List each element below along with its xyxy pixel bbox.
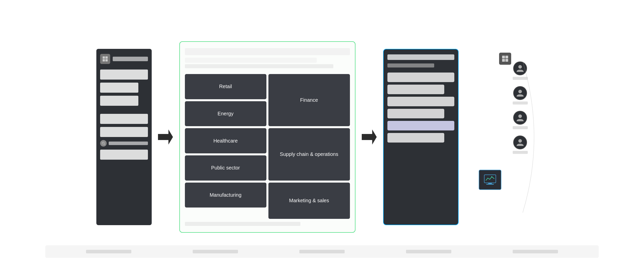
arrow-2 bbox=[359, 129, 379, 145]
industry-energy[interactable]: Energy bbox=[185, 101, 266, 126]
bottom-step-1 bbox=[86, 250, 131, 253]
search-icon bbox=[100, 140, 107, 147]
panel2-header bbox=[185, 48, 350, 72]
bottom-step-5 bbox=[513, 250, 558, 253]
user-label-4 bbox=[513, 151, 528, 154]
main-flow-diagram: Retail Finance Energy Healthcare Supply … bbox=[20, 24, 624, 250]
svg-rect-17 bbox=[505, 59, 508, 62]
svg-rect-8 bbox=[486, 184, 494, 185]
user-label-1 bbox=[513, 77, 528, 80]
nav-item-6-label bbox=[109, 142, 148, 145]
panel4-top-icon bbox=[499, 53, 511, 65]
panel2-footer bbox=[185, 222, 300, 226]
industry-finance[interactable]: Finance bbox=[268, 74, 350, 126]
industry-selection-panel[interactable]: Retail Finance Energy Healthcare Supply … bbox=[179, 41, 355, 233]
industry-retail[interactable]: Retail bbox=[185, 74, 266, 99]
arc-decoration-svg bbox=[500, 49, 545, 225]
arrow-shape-2 bbox=[362, 129, 377, 145]
nav-item-1[interactable] bbox=[100, 70, 148, 80]
industry-manufacturing[interactable]: Manufacturing bbox=[185, 183, 266, 208]
panel3-subheader-bar bbox=[387, 63, 434, 67]
panel4-icon-svg bbox=[502, 55, 509, 62]
nav-item-4[interactable] bbox=[100, 114, 148, 124]
scenario-item-3[interactable] bbox=[387, 97, 454, 106]
monitor-chart-svg bbox=[484, 174, 496, 185]
svg-line-5 bbox=[104, 144, 105, 145]
svg-rect-7 bbox=[488, 183, 492, 184]
scenario-item-2[interactable] bbox=[387, 85, 444, 94]
panel3-title-bar bbox=[387, 54, 454, 60]
panel2-title bbox=[185, 48, 350, 55]
industry-marketing[interactable]: Marketing & sales bbox=[268, 183, 350, 219]
bottom-navigation-bar bbox=[45, 245, 599, 258]
svg-rect-1 bbox=[105, 56, 108, 59]
bottom-step-2 bbox=[193, 250, 238, 253]
arrow-1 bbox=[155, 129, 176, 145]
nav-item-5[interactable] bbox=[100, 127, 148, 137]
panel1-title-bar bbox=[113, 57, 148, 61]
user-label-3 bbox=[513, 126, 528, 129]
nav-item-3[interactable] bbox=[100, 96, 138, 106]
panel2-subtitle bbox=[185, 58, 317, 63]
panel1-icon bbox=[100, 54, 110, 64]
industry-public-sector[interactable]: Public sector bbox=[185, 155, 266, 181]
svg-rect-3 bbox=[105, 59, 108, 61]
user-label-2 bbox=[513, 101, 528, 105]
industry-healthcare[interactable]: Healthcare bbox=[185, 128, 266, 153]
scenario-item-5[interactable] bbox=[387, 121, 454, 130]
nav-item-icon-6[interactable] bbox=[100, 140, 148, 147]
industry-grid: Retail Finance Energy Healthcare Supply … bbox=[185, 74, 350, 219]
svg-rect-16 bbox=[502, 59, 505, 62]
svg-point-9 bbox=[491, 176, 492, 177]
scenario-item-6[interactable] bbox=[387, 133, 444, 143]
svg-point-4 bbox=[102, 142, 104, 144]
grid-icon bbox=[102, 56, 108, 62]
svg-rect-15 bbox=[505, 56, 508, 58]
svg-rect-14 bbox=[502, 56, 505, 58]
bottom-step-4 bbox=[406, 250, 451, 253]
navigation-panel bbox=[96, 49, 152, 225]
chart-icon bbox=[479, 170, 501, 190]
scenario-item-1[interactable] bbox=[387, 73, 454, 82]
arrow-shape-1 bbox=[158, 129, 173, 145]
panel2-description bbox=[185, 64, 333, 68]
scenarios-panel bbox=[383, 49, 459, 225]
bottom-step-3 bbox=[299, 250, 345, 253]
scenario-item-4[interactable] bbox=[387, 109, 444, 118]
flow-panels-wrapper: Retail Finance Energy Healthcare Supply … bbox=[96, 41, 548, 233]
spacer bbox=[100, 109, 148, 111]
svg-rect-2 bbox=[103, 59, 105, 61]
industry-supply-chain[interactable]: Supply chain & operations bbox=[268, 128, 350, 180]
svg-rect-0 bbox=[103, 56, 105, 59]
nav-item-7[interactable] bbox=[100, 150, 148, 160]
user-roles-panel-container bbox=[462, 49, 548, 225]
nav-item-2[interactable] bbox=[100, 83, 138, 93]
